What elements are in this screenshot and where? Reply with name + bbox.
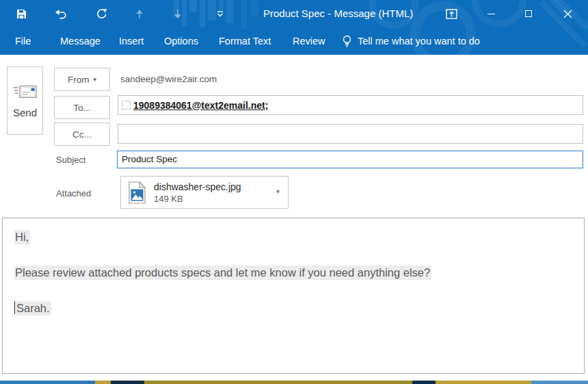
ribbon-display-options-button[interactable]: [440, 0, 462, 27]
cc-label: Cc...: [72, 129, 92, 140]
subject-field[interactable]: Product Spec: [117, 151, 583, 168]
close-button[interactable]: [557, 0, 578, 27]
save-icon: [16, 9, 27, 19]
minimize-icon: [487, 14, 495, 14]
customize-qat-button[interactable]: [209, 0, 232, 27]
tell-me-box[interactable]: Tell me what you want to do: [342, 27, 480, 55]
body-paragraph: Hi,: [14, 229, 574, 245]
tab-format-text[interactable]: Format Text: [219, 27, 271, 55]
minimize-button[interactable]: [480, 0, 502, 27]
to-button[interactable]: To...: [54, 96, 110, 119]
down-arrow-icon: [173, 9, 183, 19]
tab-insert[interactable]: Insert: [119, 27, 144, 55]
text-cursor: [14, 301, 15, 314]
recipient-checkbox[interactable]: [122, 101, 131, 110]
ribbon-display-options-icon: [446, 9, 457, 19]
body-paragraph: Sarah.: [14, 300, 574, 316]
send-label: Send: [13, 107, 37, 118]
chevron-down-icon: ▾: [93, 77, 96, 83]
attachment-filesize: 149 KB: [154, 193, 241, 205]
tab-file[interactable]: File: [15, 27, 31, 55]
from-address: sandeep@wire2air.com: [120, 68, 217, 91]
cc-button[interactable]: Cc...: [54, 123, 110, 146]
cc-field[interactable]: [118, 124, 583, 144]
background-desktop-sliver: [0, 381, 588, 384]
from-button[interactable]: From ▾: [54, 68, 110, 91]
tell-me-label: Tell me what you want to do: [358, 36, 480, 47]
attachment-dropdown-icon[interactable]: ▾: [276, 188, 280, 195]
attachment-info: dishwasher-spec.jpg 149 KB: [154, 181, 241, 205]
undo-button[interactable]: [49, 0, 72, 27]
close-icon: [563, 10, 572, 18]
previous-item-button[interactable]: [128, 0, 151, 27]
maximize-icon: [525, 10, 532, 17]
next-item-button[interactable]: [166, 0, 189, 27]
maximize-button[interactable]: [518, 0, 539, 27]
image-file-icon: [129, 181, 146, 204]
attached-label: Attached: [56, 188, 91, 199]
up-arrow-icon: [135, 9, 144, 19]
redo-button[interactable]: [90, 0, 113, 27]
attachment-filename: dishwasher-spec.jpg: [154, 181, 241, 193]
title-bar: Product Spec - Message (HTML): [0, 0, 588, 55]
save-button[interactable]: [10, 0, 33, 27]
tab-message[interactable]: Message: [60, 27, 101, 55]
window-title: Product Spec - Message (HTML): [263, 0, 413, 27]
customize-qat-icon: [216, 10, 224, 18]
outlook-compose-window: Product Spec - Message (HTML): [0, 0, 588, 384]
to-label: To...: [73, 103, 91, 113]
redo-icon: [96, 8, 107, 19]
attachment-card[interactable]: dishwasher-spec.jpg 149 KB ▾: [120, 176, 289, 209]
lightbulb-icon: [342, 35, 352, 48]
tab-review[interactable]: Review: [293, 27, 325, 55]
to-separator: ;: [265, 100, 269, 111]
send-button[interactable]: Send: [7, 66, 43, 135]
to-field[interactable]: 19089384061@text2email.net ;: [118, 95, 583, 115]
undo-icon: [55, 9, 68, 19]
message-body-editor[interactable]: Hi, Please review attached products spec…: [2, 218, 585, 374]
to-recipient-link[interactable]: 19089384061@text2email.net: [133, 100, 265, 111]
tab-options[interactable]: Options: [164, 27, 198, 55]
send-envelope-icon: [13, 84, 38, 100]
from-label: From: [68, 75, 90, 85]
body-paragraph: Please review attached products specs an…: [14, 264, 574, 281]
subject-label: Subject: [56, 155, 85, 165]
